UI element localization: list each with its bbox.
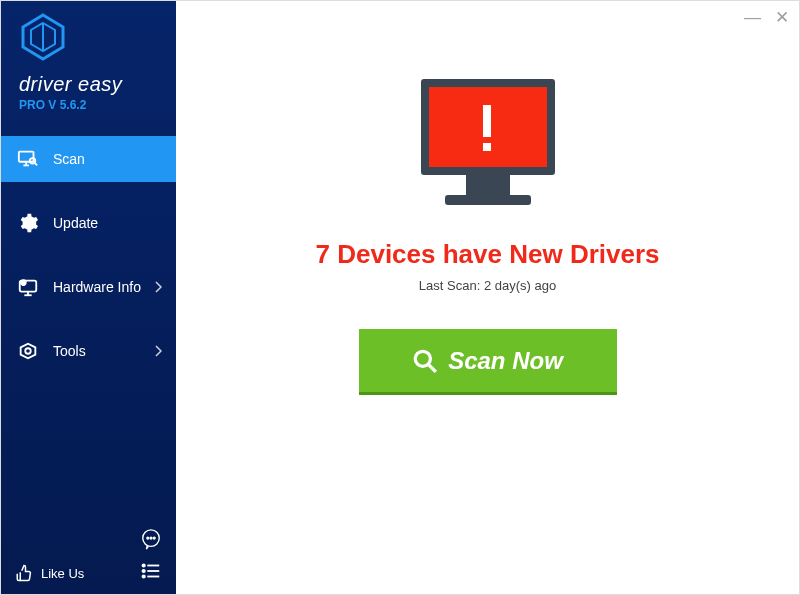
info-icon: i bbox=[17, 276, 39, 298]
sidebar-item-label: Hardware Info bbox=[53, 279, 141, 295]
thumbs-up-icon bbox=[15, 564, 33, 582]
monitor-alert-icon bbox=[403, 71, 573, 221]
scan-now-label: Scan Now bbox=[448, 347, 563, 375]
svg-point-18 bbox=[142, 564, 144, 566]
svg-point-20 bbox=[142, 570, 144, 572]
svg-point-30 bbox=[415, 351, 430, 366]
svg-rect-28 bbox=[466, 175, 510, 195]
sidebar-item-update[interactable]: Update bbox=[1, 200, 176, 246]
tools-icon bbox=[17, 340, 39, 362]
chevron-right-icon bbox=[155, 345, 162, 357]
svg-point-16 bbox=[150, 537, 152, 539]
search-icon bbox=[412, 348, 438, 374]
last-scan-text: Last Scan: 2 day(s) ago bbox=[419, 278, 556, 293]
app-window: — ✕ driver easy PRO V 5.6.2 Scan bbox=[0, 0, 800, 595]
svg-point-15 bbox=[147, 537, 149, 539]
menu-icon[interactable] bbox=[140, 560, 162, 582]
sidebar-item-tools[interactable]: Tools bbox=[1, 328, 176, 374]
svg-rect-26 bbox=[483, 105, 491, 137]
sidebar-item-scan[interactable]: Scan bbox=[1, 136, 176, 182]
svg-line-7 bbox=[35, 163, 37, 165]
brand: driver easy PRO V 5.6.2 bbox=[1, 1, 176, 126]
status-heading: 7 Devices have New Drivers bbox=[316, 239, 660, 270]
minimize-button[interactable]: — bbox=[744, 9, 761, 26]
svg-point-13 bbox=[25, 348, 31, 354]
like-us-label: Like Us bbox=[41, 566, 84, 581]
svg-rect-29 bbox=[445, 195, 531, 205]
sidebar-item-label: Scan bbox=[53, 151, 85, 167]
svg-point-17 bbox=[153, 537, 155, 539]
chat-icon[interactable] bbox=[140, 528, 162, 550]
close-button[interactable]: ✕ bbox=[775, 9, 789, 26]
main-content: 7 Devices have New Drivers Last Scan: 2 … bbox=[176, 1, 799, 594]
like-us-button[interactable]: Like Us bbox=[15, 564, 84, 582]
sidebar-nav: Scan Update i Hardware Info bbox=[1, 136, 176, 392]
app-logo-icon bbox=[19, 13, 67, 61]
sidebar: driver easy PRO V 5.6.2 Scan Update bbox=[1, 1, 176, 594]
sidebar-bottom: Like Us bbox=[1, 554, 176, 594]
svg-text:i: i bbox=[23, 281, 24, 286]
svg-line-31 bbox=[428, 364, 436, 372]
brand-name: driver easy bbox=[19, 73, 158, 96]
svg-rect-27 bbox=[483, 143, 491, 151]
sidebar-item-label: Update bbox=[53, 215, 98, 231]
gear-icon bbox=[17, 212, 39, 234]
scan-now-button[interactable]: Scan Now bbox=[359, 329, 617, 395]
brand-version: PRO V 5.6.2 bbox=[19, 98, 158, 112]
chevron-right-icon bbox=[155, 281, 162, 293]
sidebar-item-label: Tools bbox=[53, 343, 86, 359]
svg-rect-3 bbox=[19, 152, 34, 162]
svg-point-22 bbox=[142, 575, 144, 577]
monitor-search-icon bbox=[17, 148, 39, 170]
sidebar-item-hardware-info[interactable]: i Hardware Info bbox=[1, 264, 176, 310]
titlebar-controls: — ✕ bbox=[744, 9, 789, 26]
